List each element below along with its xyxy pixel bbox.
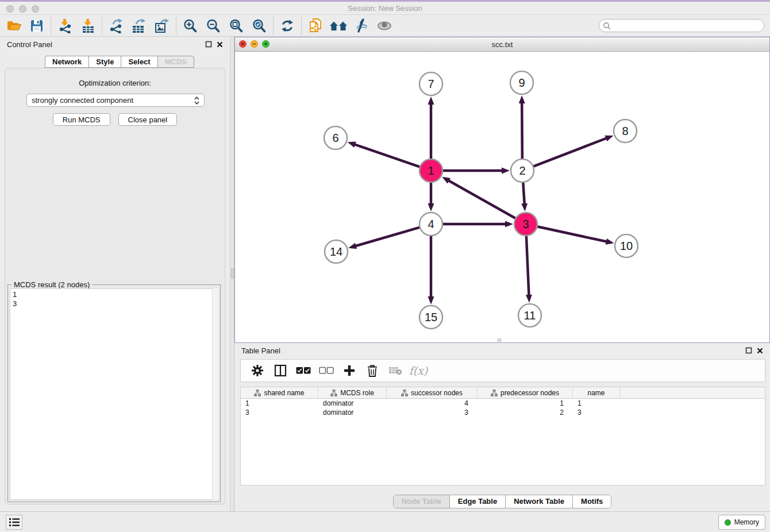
shared-column-icon	[491, 390, 498, 396]
edge-1-6[interactable]	[354, 144, 420, 167]
content-area: Control Panel NetworkStyleSelectMCDS Opt…	[0, 37, 770, 511]
delete-table-button[interactable]	[387, 362, 404, 379]
column-header-mcds-role[interactable]: MCDS role	[318, 387, 387, 398]
arrowhead-3-11	[526, 295, 532, 303]
search-field[interactable]	[599, 19, 764, 32]
panel-splitter[interactable]	[230, 37, 234, 511]
close-panel-icon[interactable]	[757, 348, 763, 354]
column-header-name[interactable]: name	[573, 387, 620, 398]
tab-network[interactable]: Network	[45, 56, 88, 68]
table-row[interactable]: 3dominator323	[241, 408, 765, 417]
maximize-network-button[interactable]	[262, 40, 270, 48]
canvas-scroll-handle[interactable]	[497, 338, 502, 342]
hide-selected-button[interactable]	[350, 16, 373, 36]
zoom-in-icon	[183, 18, 198, 33]
node-table[interactable]: shared nameMCDS rolesuccessor nodesprede…	[240, 387, 765, 485]
edge-2-9[interactable]	[522, 102, 522, 159]
open-file-button[interactable]	[2, 16, 25, 36]
refresh-layout-button[interactable]	[276, 16, 299, 36]
mcds-result-scrollbar[interactable]	[212, 288, 218, 500]
arrowhead-4-14	[348, 243, 357, 249]
edge-2-3[interactable]	[523, 182, 525, 205]
run-mcds-button[interactable]: Run MCDS	[53, 113, 110, 126]
session-title: Session: New Session	[0, 4, 770, 13]
import-network-button[interactable]	[53, 16, 76, 36]
deselect-all-columns-button[interactable]	[318, 362, 335, 379]
export-network-button[interactable]	[105, 16, 128, 36]
select-all-columns-button[interactable]	[295, 362, 312, 379]
table-cell[interactable]: dominator	[318, 399, 387, 407]
tab-network-table[interactable]: Network Table	[506, 495, 573, 508]
arrowhead-1-4	[428, 203, 434, 211]
search-icon	[603, 22, 611, 30]
table-settings-button[interactable]	[249, 362, 266, 379]
table-row[interactable]: 1dominator411	[241, 399, 765, 408]
float-panel-icon[interactable]	[205, 41, 212, 48]
toolbar-separator	[301, 17, 302, 34]
column-header-shared-name[interactable]: shared name	[241, 387, 318, 398]
search-input[interactable]	[611, 21, 764, 31]
export-image-button[interactable]	[151, 16, 174, 36]
table-cell[interactable]: 2	[478, 408, 573, 417]
clone-network-button[interactable]	[304, 16, 327, 36]
edge-3-1[interactable]	[448, 180, 516, 218]
import-network-icon	[57, 18, 72, 33]
memory-button[interactable]: Memory	[718, 515, 765, 530]
node-label-14: 14	[330, 245, 342, 258]
table-header-row: shared nameMCDS rolesuccessor nodesprede…	[241, 387, 765, 399]
arrowhead-4-15	[428, 296, 434, 304]
first-neighbors-button[interactable]	[327, 16, 350, 36]
mcds-result-group: MCDS result (2 nodes) 1 3	[7, 284, 221, 502]
minimize-network-button[interactable]	[251, 40, 258, 48]
table-cell[interactable]: 3	[241, 408, 318, 417]
tab-node-table[interactable]: Node Table	[394, 495, 450, 508]
task-history-button[interactable]	[6, 515, 22, 530]
tab-style[interactable]: Style	[88, 56, 121, 68]
edge-2-8[interactable]	[533, 138, 607, 167]
import-table-button[interactable]	[76, 16, 99, 36]
zoom-selected-button[interactable]	[248, 16, 271, 36]
network-graph[interactable]: 7968124314101511	[235, 52, 769, 342]
node-label-1: 1	[428, 164, 434, 177]
close-panel-icon[interactable]	[217, 41, 223, 48]
column-header-predecessor-nodes[interactable]: predecessor nodes	[478, 387, 573, 398]
table-cell[interactable]: dominator	[318, 408, 387, 417]
table-cell[interactable]: 1	[241, 399, 318, 407]
zoom-in-button[interactable]	[179, 16, 202, 36]
edge-4-14[interactable]	[355, 228, 420, 246]
network-canvas[interactable]: 7968124314101511	[235, 52, 769, 342]
criterion-dropdown[interactable]: strongly connected component	[26, 94, 205, 107]
delete-column-button[interactable]	[364, 362, 381, 379]
mcds-result-text[interactable]: 1 3	[10, 288, 218, 500]
network-window-titlebar[interactable]: scc.txt	[235, 37, 769, 52]
float-panel-icon[interactable]	[745, 347, 752, 354]
table-cell[interactable]: 1	[573, 399, 620, 407]
zoom-selected-icon	[252, 18, 267, 33]
tab-select[interactable]: Select	[121, 56, 157, 68]
save-session-button[interactable]	[25, 16, 48, 36]
apply-function-button[interactable]: f(x)	[410, 362, 427, 379]
zoom-fit-button[interactable]	[225, 16, 248, 36]
toggle-panes-button[interactable]	[272, 362, 289, 379]
close-network-button[interactable]	[239, 40, 247, 48]
tab-motifs[interactable]: Motifs	[573, 495, 611, 508]
close-panel-button[interactable]: Close panel	[118, 113, 178, 126]
splitter-grip[interactable]	[231, 268, 234, 279]
column-header-successor-nodes[interactable]: successor nodes	[387, 387, 478, 398]
add-column-button[interactable]	[341, 362, 358, 379]
mcds-result-title: MCDS result (2 nodes)	[11, 280, 92, 289]
table-cell[interactable]: 3	[387, 408, 478, 417]
export-table-button[interactable]	[128, 16, 151, 36]
network-title: scc.txt	[492, 40, 513, 49]
save-icon	[30, 19, 44, 33]
table-cell[interactable]: 1	[478, 399, 573, 407]
edge-3-11[interactable]	[526, 236, 529, 296]
show-hidden-button[interactable]	[373, 16, 396, 36]
zoom-out-button[interactable]	[202, 16, 225, 36]
tab-mcds[interactable]: MCDS	[157, 56, 194, 68]
table-cell[interactable]: 4	[387, 399, 478, 407]
tab-edge-table[interactable]: Edge Table	[450, 495, 506, 508]
table-cell[interactable]: 3	[573, 408, 620, 417]
shared-column-icon	[254, 390, 261, 396]
edge-3-10[interactable]	[537, 226, 607, 242]
